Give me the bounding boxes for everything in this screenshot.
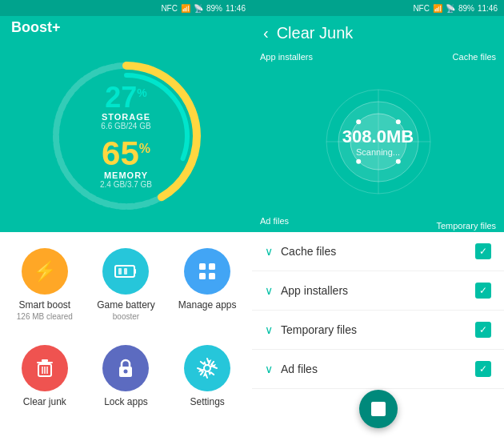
label-temporary-files: Temporary files <box>436 221 496 231</box>
clear-junk-label: Clear junk <box>23 396 66 407</box>
svg-rect-5 <box>118 268 122 275</box>
manage-apps-label: Manage apps <box>178 299 237 311</box>
chevron-cache: ∨ <box>265 245 273 258</box>
game-battery-icon <box>102 248 149 295</box>
label-app-installers: App installers <box>260 52 313 62</box>
right-panel: NFC 📶 📡 89% 11:46 ‹ Clear Junk App insta… <box>252 0 504 441</box>
svg-point-27 <box>395 158 400 163</box>
svg-point-18 <box>124 369 128 373</box>
checkbox-ad[interactable]: ✓ <box>475 361 491 377</box>
junk-list: ∨ Cache files ✓ ∨ App installers ✓ ∨ Tem… <box>252 232 504 441</box>
back-button[interactable]: ‹ <box>263 24 269 42</box>
lock-apps-label: Lock apps <box>104 396 148 407</box>
memory-percent: 65% <box>100 137 152 170</box>
circular-gauge: 27% STORAGE 6.6 GB/24 GB 65% MEMORY 2.4 … <box>46 56 206 216</box>
junk-item-temporary[interactable]: ∨ Temporary files ✓ <box>252 311 504 350</box>
time-left: 11:46 <box>226 4 246 13</box>
manage-apps-icon <box>184 248 230 295</box>
scan-area: App installers Cache files Ad files Temp… <box>252 50 504 232</box>
clear-junk-title: Clear Junk <box>277 24 354 42</box>
junk-label-cache: Cache files <box>281 245 475 258</box>
scan-status: Scanning... <box>342 147 414 157</box>
scan-center-text: 308.0MB Scanning... <box>342 126 414 157</box>
nfc-icon-r: NFC <box>413 4 430 13</box>
scan-value: 308.0MB <box>342 126 414 147</box>
label-ad-files: Ad files <box>260 216 289 226</box>
smart-boost-icon: ⚡ <box>22 248 68 295</box>
smart-boost-sublabel: 126 MB cleared <box>17 312 73 321</box>
status-bar-left: NFC 📶 📡 89% 11:46 <box>0 0 252 16</box>
chevron-ad: ∨ <box>265 363 273 375</box>
clear-junk-item[interactable]: Clear junk <box>8 345 82 434</box>
svg-point-19 <box>204 365 210 371</box>
stop-button[interactable] <box>359 390 398 428</box>
svg-rect-10 <box>209 273 215 279</box>
stop-icon <box>371 402 386 416</box>
clear-junk-icon <box>22 345 68 391</box>
svg-point-25 <box>395 119 400 124</box>
left-panel: NFC 📶 📡 89% 11:46 Boost+ 27% <box>0 0 252 441</box>
signal-icon-r: 📡 <box>446 4 455 13</box>
scan-circle: 308.0MB Scanning... <box>322 86 434 198</box>
lock-apps-item[interactable]: Lock apps <box>90 345 163 434</box>
signal-icon: 📡 <box>194 4 203 13</box>
nfc-icon: NFC <box>161 4 178 13</box>
settings-icon <box>184 345 230 391</box>
left-top-section: NFC 📶 📡 89% 11:46 Boost+ 27% <box>0 0 252 232</box>
svg-rect-7 <box>199 263 206 270</box>
junk-label-app-installers: App installers <box>281 284 475 297</box>
junk-item-cache[interactable]: ∨ Cache files ✓ <box>252 232 504 271</box>
game-battery-item[interactable]: Game battery booster <box>90 248 163 337</box>
status-bar-right: NFC 📶 📡 89% 11:46 <box>252 0 504 16</box>
memory-sub: 2.4 GB/3.7 GB <box>100 180 152 189</box>
game-battery-sublabel: booster <box>113 312 139 321</box>
checkbox-cache[interactable]: ✓ <box>475 243 491 259</box>
battery-right: 89% <box>458 4 474 13</box>
memory-block: 65% MEMORY 2.4 GB/3.7 GB <box>100 137 152 189</box>
wifi-icon-r: 📶 <box>433 4 442 13</box>
wifi-icon: 📶 <box>181 4 190 13</box>
svg-rect-12 <box>42 359 48 362</box>
checkbox-temporary[interactable]: ✓ <box>475 322 491 338</box>
storage-sub: 6.6 GB/24 GB <box>101 122 150 130</box>
storage-label: STORAGE <box>101 112 150 122</box>
battery-left: 89% <box>206 4 222 13</box>
svg-rect-9 <box>199 273 206 279</box>
svg-rect-8 <box>209 263 215 270</box>
svg-point-28 <box>356 119 361 124</box>
junk-item-ad[interactable]: ∨ Ad files ✓ <box>252 350 504 389</box>
checkbox-app-installers[interactable]: ✓ <box>475 283 491 299</box>
svg-rect-6 <box>124 268 127 275</box>
chevron-app-installers: ∨ <box>265 284 273 297</box>
junk-label-temporary: Temporary files <box>281 323 475 336</box>
settings-label: Settings <box>190 396 224 407</box>
manage-apps-item[interactable]: Manage apps <box>170 248 244 337</box>
junk-item-app-installers[interactable]: ∨ App installers ✓ <box>252 271 504 311</box>
app-title: Boost+ <box>11 19 61 36</box>
smart-boost-item[interactable]: ⚡ Smart boost 126 MB cleared <box>8 248 82 337</box>
storage-block: 27% STORAGE 6.6 GB/24 GB <box>101 83 150 130</box>
chevron-temporary: ∨ <box>265 323 273 336</box>
junk-label-ad: Ad files <box>281 363 475 375</box>
svg-rect-4 <box>134 269 136 274</box>
app-grid: ⚡ Smart boost 126 MB cleared Game batter… <box>0 232 252 441</box>
svg-rect-11 <box>37 362 53 363</box>
right-top-section: NFC 📶 📡 89% 11:46 ‹ Clear Junk App insta… <box>252 0 504 232</box>
lock-apps-icon <box>102 345 149 391</box>
game-battery-label: Game battery <box>97 299 155 311</box>
svg-point-26 <box>356 158 361 163</box>
right-header: ‹ Clear Junk <box>252 16 504 50</box>
label-cache-files: Cache files <box>453 52 496 62</box>
memory-label: MEMORY <box>100 170 152 180</box>
gauge-center: 27% STORAGE 6.6 GB/24 GB 65% MEMORY 2.4 … <box>100 83 152 189</box>
settings-item[interactable]: Settings <box>170 345 244 434</box>
time-right: 11:46 <box>478 4 498 13</box>
smart-boost-label: Smart boost <box>18 299 70 311</box>
storage-percent: 27% <box>101 83 150 112</box>
